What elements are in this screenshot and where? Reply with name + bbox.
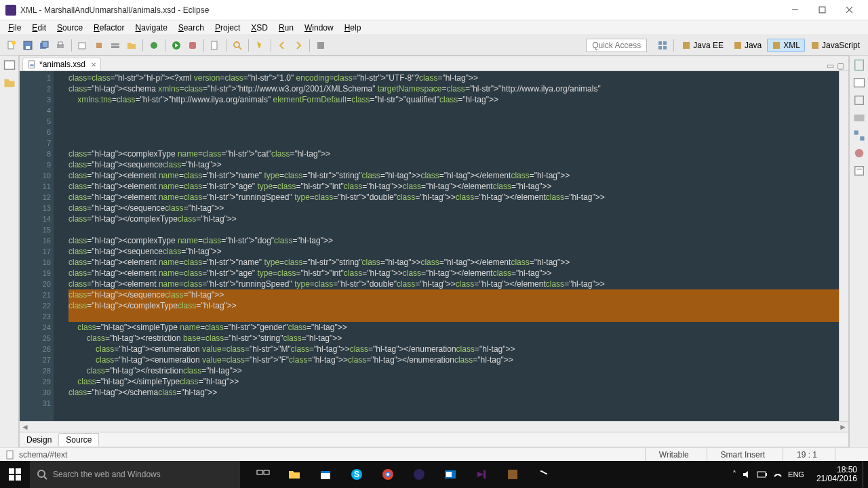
new-xml-button[interactable] <box>208 38 222 53</box>
new-button[interactable] <box>4 38 19 53</box>
print-button[interactable] <box>53 38 68 53</box>
maximize-view-icon[interactable]: ▢ <box>837 61 844 70</box>
code-line[interactable] <box>68 224 839 235</box>
app-icon-2[interactable] <box>529 461 559 488</box>
code-line[interactable] <box>68 398 839 409</box>
code-line[interactable] <box>68 127 839 138</box>
trim-view-7[interactable] <box>852 164 866 178</box>
vs-icon[interactable] <box>467 461 496 488</box>
back-button[interactable] <box>275 38 290 53</box>
code-line[interactable] <box>68 116 839 127</box>
tab-source[interactable]: Source <box>59 433 99 446</box>
close-button[interactable] <box>835 1 863 20</box>
code-line[interactable] <box>68 138 839 148</box>
code-line[interactable]: class="hl-tag"><element name=class="hl-s… <box>68 268 839 279</box>
scroll-left-icon[interactable]: ◄ <box>20 422 31 432</box>
trim-view-props[interactable] <box>852 94 866 107</box>
forward-button[interactable] <box>291 38 306 53</box>
minimize-button[interactable] <box>781 1 808 20</box>
code-line[interactable]: class="hl-tag"><element name=class="hl-s… <box>68 170 839 181</box>
battery-icon[interactable] <box>757 470 768 479</box>
code-line[interactable]: class="hl-tag"><simpleType name=class="h… <box>68 322 839 333</box>
wifi-icon[interactable] <box>773 470 783 479</box>
pin-button[interactable] <box>313 38 328 53</box>
tray-lang[interactable]: ENG <box>788 470 804 479</box>
code-line[interactable] <box>68 311 839 322</box>
explorer-icon[interactable] <box>279 461 309 488</box>
perspective-java[interactable]: Java <box>729 39 766 52</box>
code-line[interactable]: class="hl-tag"><element name=class="hl-s… <box>68 257 839 268</box>
new-server-button[interactable] <box>108 38 123 53</box>
code-line[interactable]: class="hl-tag"></simpleTypeclass="hl-tag… <box>68 376 839 387</box>
code-line[interactable]: xmlns:tns=class="hl-str">"http://www.ily… <box>68 94 839 105</box>
save-all-button[interactable] <box>37 38 52 53</box>
code-line[interactable]: class="hl-tag"><sequenceclass="hl-tag">> <box>68 246 839 257</box>
code-line[interactable]: class="hl-tag"><element name=class="hl-s… <box>68 192 839 203</box>
menu-edit[interactable]: Edit <box>26 22 52 34</box>
trim-view-1[interactable] <box>3 58 16 72</box>
code-line[interactable]: class="hl-tag"></schemaclass="hl-tag">> <box>68 387 839 398</box>
taskbar-clock[interactable]: 18:50 21/04/2016 <box>811 466 863 483</box>
code-line[interactable]: class="hl-tag"><sequenceclass="hl-tag">> <box>68 159 839 170</box>
system-tray[interactable]: ˄ ENG <box>726 470 811 479</box>
code-line[interactable]: class=class="hl-str">"hl-pi"><?xml versi… <box>68 73 839 83</box>
menu-window[interactable]: Window <box>299 22 339 34</box>
code-line[interactable]: class="hl-tag"><element name=class="hl-s… <box>68 181 839 192</box>
skype-icon[interactable]: S <box>342 461 372 488</box>
run-last-button[interactable] <box>185 38 200 53</box>
code-line[interactable]: class="hl-tag"><restriction base=class="… <box>68 333 839 344</box>
trim-view-console[interactable] <box>852 111 866 125</box>
search-button[interactable] <box>230 38 245 53</box>
store-icon[interactable] <box>311 461 340 488</box>
trim-view-tasks[interactable] <box>852 76 866 89</box>
code-line[interactable]: class="hl-tag"></complexTypeclass="hl-ta… <box>68 214 839 224</box>
new-var-button[interactable] <box>92 38 106 53</box>
start-button[interactable] <box>0 461 30 488</box>
tray-chevron-icon[interactable]: ˄ <box>732 470 736 479</box>
save-button[interactable] <box>20 38 35 53</box>
source-editor[interactable]: 1234567891011121314151617181920212223242… <box>20 71 848 421</box>
minimize-view-icon[interactable]: ▭ <box>827 61 834 70</box>
perspective-xml[interactable]: XML <box>767 39 805 52</box>
code-body[interactable]: class=class="hl-str">"hl-pi"><?xml versi… <box>66 71 839 421</box>
code-line[interactable]: class="hl-tag"></sequenceclass="hl-tag">… <box>68 203 839 214</box>
code-line[interactable]: class="hl-tag"><complexType name=class="… <box>68 148 839 159</box>
trim-view-2[interactable] <box>3 76 16 89</box>
code-line[interactable]: class="hl-tag"><schema xmlns=class="hl-s… <box>68 83 839 94</box>
folder-button[interactable] <box>124 38 139 53</box>
menu-navigate[interactable]: Navigate <box>130 22 172 34</box>
menu-help[interactable]: Help <box>339 22 367 34</box>
scroll-right-icon[interactable]: ► <box>837 422 848 432</box>
app-icon-1[interactable] <box>498 461 528 488</box>
code-line[interactable]: class="hl-tag"></restrictionclass="hl-ta… <box>68 365 839 376</box>
run-button[interactable] <box>169 38 184 53</box>
close-tab-icon[interactable]: ✕ <box>91 61 96 68</box>
code-line[interactable]: class="hl-tag"><element name=class="hl-s… <box>68 279 839 289</box>
menu-run[interactable]: Run <box>273 22 299 34</box>
horizontal-scrollbar[interactable]: ◄ ► <box>20 421 848 432</box>
toggle-mark-button[interactable] <box>252 38 267 53</box>
maximize-button[interactable] <box>808 1 835 20</box>
code-line[interactable]: class="hl-tag"></sequenceclass="hl-tag">… <box>68 289 839 300</box>
quick-access[interactable]: Quick Access <box>586 39 647 52</box>
perspective-java-ee[interactable]: Java EE <box>677 39 728 52</box>
overview-ruler[interactable] <box>839 71 848 421</box>
menu-project[interactable]: Project <box>210 22 245 34</box>
open-perspective-button[interactable] <box>655 38 670 53</box>
trim-view-5[interactable] <box>852 129 866 142</box>
taskbar-search[interactable]: Search the web and Windows <box>30 461 240 488</box>
volume-icon[interactable] <box>742 470 751 479</box>
code-line[interactable]: class="hl-tag"><complexType name=class="… <box>68 235 839 246</box>
menu-refactor[interactable]: Refactor <box>88 22 130 34</box>
taskview-icon[interactable] <box>248 461 278 488</box>
trim-view-outline[interactable] <box>852 58 866 72</box>
editor-tab-animals[interactable]: *animals.xsd ✕ <box>22 58 101 70</box>
tab-design[interactable]: Design <box>20 434 59 446</box>
code-line[interactable]: class="hl-tag"></complexTypeclass="hl-ta… <box>68 300 839 311</box>
debug-button[interactable] <box>146 38 161 53</box>
chrome-icon[interactable] <box>373 461 403 488</box>
outlook-icon[interactable] <box>435 461 465 488</box>
menu-file[interactable]: File <box>3 22 26 34</box>
trim-view-6[interactable] <box>852 146 866 160</box>
perspective-javascript[interactable]: JavaScript <box>806 39 864 52</box>
